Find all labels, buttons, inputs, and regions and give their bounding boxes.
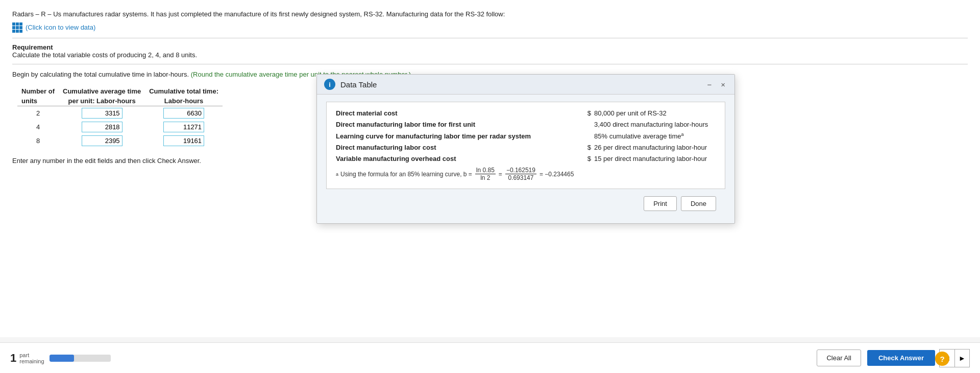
avg-time-input[interactable] [82, 135, 122, 146]
print-button[interactable]: Print [644, 196, 677, 211]
col1-header: Number of [17, 86, 59, 96]
formula-result: = −0.234465 [540, 171, 574, 178]
next-button[interactable]: ► [954, 349, 970, 367]
total-time-input[interactable] [163, 135, 204, 146]
check-answer-button[interactable]: Check Answer [867, 350, 935, 366]
data-table-modal[interactable]: i Data Table − × Direct material cost$80… [316, 74, 735, 224]
table-row: 8 [17, 134, 223, 148]
requirement-text: Calculate the total variable costs of pr… [12, 51, 968, 59]
total-time-input-cell[interactable] [145, 106, 223, 121]
modal-data-row: Variable manufacturing overhead cost$15 … [336, 155, 716, 162]
col1-subheader: units [17, 96, 59, 106]
modal-body: Direct material cost$80,000 per unit of … [317, 95, 734, 223]
formula-superscript: a [336, 172, 338, 177]
fraction2-num: −0.162519 [505, 167, 536, 174]
modal-row-value: 15 per direct manufacturing labor-hour [594, 155, 707, 162]
bottom-bar: 1 part remaining Clear All Check Answer … [0, 342, 980, 373]
modal-row-dollar: $ [581, 109, 591, 117]
grid-icon[interactable] [12, 22, 22, 33]
formula-row: a Using the formula for an 85% learning … [336, 167, 716, 181]
avg-time-input-cell[interactable] [59, 106, 145, 121]
instruction-main: Begin by calculating the total cumulativ… [12, 71, 189, 78]
avg-time-input[interactable] [82, 122, 122, 132]
remaining-label: remaining [19, 358, 44, 364]
modal-data-row: Direct manufacturing labor time for firs… [336, 121, 716, 128]
col3-header: Cumulative total time: [145, 86, 223, 96]
main-content: Radars – R – Us manufactures radar syste… [0, 0, 980, 337]
formula-prefix: Using the formula for an 85% learning cu… [340, 171, 472, 178]
click-icon-row: (Click icon to view data) [12, 22, 968, 33]
units-cell: 2 [17, 106, 59, 121]
modal-data-row: Direct manufacturing labor cost$26 per d… [336, 144, 716, 151]
divider-1 [12, 38, 968, 38]
table-row: 4 [17, 120, 223, 134]
requirement-section: Requirement Calculate the total variable… [12, 43, 968, 59]
fraction2-den: 0.693147 [507, 174, 534, 181]
table-row: 2 [17, 106, 223, 121]
data-table-inner: Direct material cost$80,000 per unit of … [326, 102, 725, 189]
part-label: part [19, 352, 44, 358]
progress-bar-fill [50, 355, 74, 362]
modal-row-value: 26 per direct manufacturing labor-hour [594, 144, 707, 151]
modal-row-label: Learning curve for manufacturing labor t… [336, 132, 581, 140]
formula-equals-1: = [499, 171, 502, 178]
fraction1-num: ln 0.85 [475, 167, 496, 174]
modal-header: i Data Table − × [317, 75, 734, 95]
fraction1-den: ln 2 [479, 174, 491, 181]
col2-subheader: per unit: Labor-hours [59, 96, 145, 106]
avg-time-input-cell[interactable] [59, 134, 145, 148]
modal-footer: Print Done [326, 196, 725, 218]
modal-row-label: Direct material cost [336, 109, 581, 117]
divider-2 [12, 64, 968, 64]
modal-row-dollar: $ [581, 144, 591, 151]
modal-row-value: 85% cumulative average timea [594, 132, 684, 140]
col2-header: Cumulative average time [59, 86, 145, 96]
total-time-input[interactable] [163, 122, 204, 132]
fraction-1: ln 0.85 ln 2 [475, 167, 496, 181]
part-number: 1 [10, 353, 16, 364]
total-time-input-cell[interactable] [145, 120, 223, 134]
modal-row-value: 3,400 direct manufacturing labor-hours [594, 121, 708, 128]
col3-subheader: Labor-hours [145, 96, 223, 106]
clear-all-button[interactable]: Clear All [817, 349, 861, 366]
modal-row-value: 80,000 per unit of RS-32 [594, 109, 667, 117]
modal-minimize-button[interactable]: − [705, 80, 714, 89]
labor-table: Number of Cumulative average time Cumula… [17, 86, 223, 148]
modal-row-label: Variable manufacturing overhead cost [336, 155, 581, 162]
info-icon: i [324, 79, 335, 90]
modal-row-label: Direct manufacturing labor cost [336, 144, 581, 151]
help-icon[interactable]: ? [935, 352, 949, 366]
avg-time-input-cell[interactable] [59, 120, 145, 134]
total-time-input-cell[interactable] [145, 134, 223, 148]
modal-row-dollar: $ [581, 155, 591, 162]
part-section: 1 part remaining [10, 352, 44, 364]
modal-close-button[interactable]: × [719, 80, 727, 89]
done-button[interactable]: Done [681, 196, 716, 211]
modal-data-row: Learning curve for manufacturing labor t… [336, 132, 716, 140]
click-icon-link[interactable]: (Click icon to view data) [26, 24, 95, 31]
progress-bar-container [50, 355, 111, 362]
fraction-2: −0.162519 0.693147 [505, 167, 536, 181]
modal-row-label: Direct manufacturing labor time for firs… [336, 121, 581, 128]
units-cell: 8 [17, 134, 59, 148]
requirement-label: Requirement [12, 43, 968, 51]
total-time-input[interactable] [163, 108, 204, 119]
modal-data-row: Direct material cost$80,000 per unit of … [336, 109, 716, 117]
problem-intro: Radars – R – Us manufactures radar syste… [12, 9, 968, 19]
avg-time-input[interactable] [82, 108, 122, 119]
modal-title: Data Table [340, 80, 700, 89]
units-cell: 4 [17, 120, 59, 134]
